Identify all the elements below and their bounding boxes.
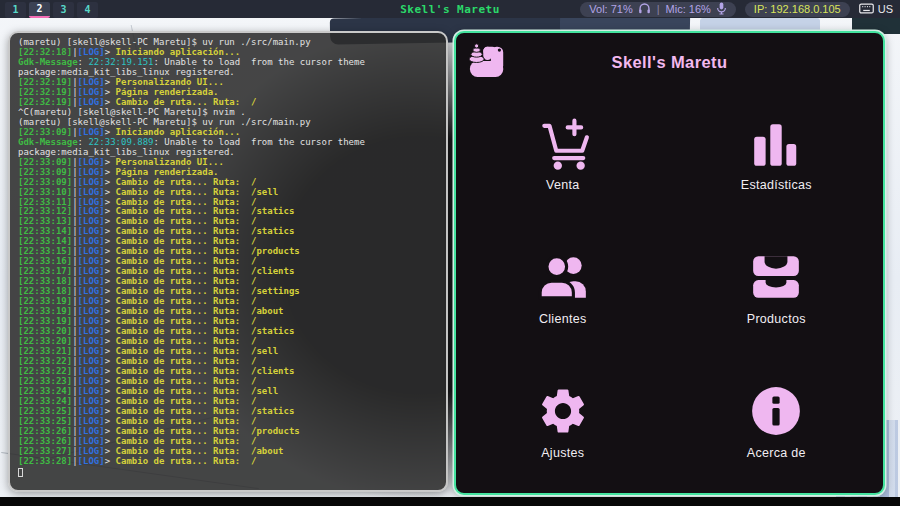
menu-label: Clientes (539, 312, 587, 326)
ip-module: IP: 192.168.0.105 (745, 2, 850, 17)
menu-label: Acerca de (747, 446, 806, 460)
menu-label: Estadísticas (741, 178, 812, 192)
info-icon (749, 384, 803, 438)
people-icon (536, 250, 590, 304)
app-window[interactable]: Skell's Maretu Venta (454, 31, 885, 495)
workspace-2-active[interactable]: 2 (29, 2, 50, 18)
layout-label: US (878, 3, 893, 15)
menu-label: Venta (546, 178, 579, 192)
terminal-output: (maretu) [skell@skell-PC Maretu]$ uv run… (18, 38, 438, 480)
menu-label: Productos (747, 312, 806, 326)
mic-label: Mic: 16% (666, 3, 711, 15)
app-header: Skell's Maretu (456, 33, 883, 97)
terminal-window[interactable]: (maretu) [skell@skell-PC Maretu]$ uv run… (8, 31, 448, 492)
workspace-4[interactable]: 4 (77, 2, 98, 18)
audio-module[interactable]: Vol: 71% | Mic: 16% (580, 2, 736, 17)
app-title: Skell's Maretu (456, 53, 883, 72)
headphones-icon (638, 2, 651, 16)
keyboard-icon (859, 3, 874, 16)
terminal-cursor (18, 468, 23, 477)
module-separator: | (656, 3, 661, 15)
keyboard-layout-module[interactable]: US (859, 3, 895, 16)
bottom-black-bar (0, 497, 900, 506)
menu-item-acerca-de[interactable]: Acerca de (701, 384, 851, 460)
desktop: 1 2 3 4 Skell's Maretu Vol: 71% | Mic: 1… (0, 0, 900, 506)
menu-item-ajustes[interactable]: Ajustes (488, 384, 638, 460)
workspace-3[interactable]: 3 (53, 2, 74, 18)
menu-item-productos[interactable]: Productos (701, 250, 851, 326)
microphone-icon (716, 2, 727, 17)
menu-label: Ajustes (541, 446, 584, 460)
volume-label: Vol: 71% (589, 3, 632, 15)
bar-chart-icon (749, 116, 803, 170)
cart-plus-icon (536, 116, 590, 170)
menu-item-venta[interactable]: Venta (488, 116, 638, 192)
app-menu-grid: Venta Estadísticas (456, 97, 883, 460)
terminal-line: [22:33:28]|[LOG]> Cambio de ruta... Ruta… (18, 457, 438, 467)
gear-icon (536, 384, 590, 438)
status-bar: 1 2 3 4 Skell's Maretu Vol: 71% | Mic: 1… (0, 0, 900, 18)
menu-item-estadisticas[interactable]: Estadísticas (701, 116, 851, 192)
inventory-icon (749, 250, 803, 304)
menu-item-clientes[interactable]: Clientes (488, 250, 638, 326)
workspace-1[interactable]: 1 (5, 2, 26, 18)
ip-label: IP: 192.168.0.105 (754, 3, 841, 15)
